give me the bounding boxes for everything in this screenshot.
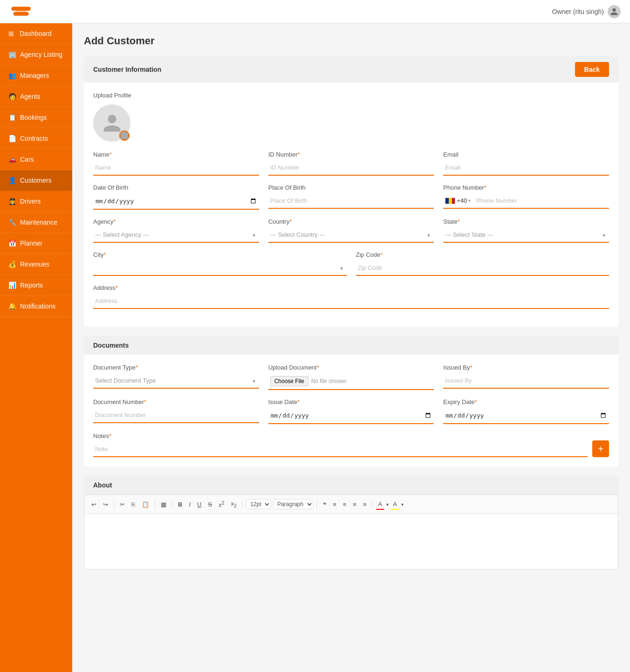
sidebar-item-notifications[interactable]: 🔔 Notifications — [0, 296, 72, 317]
user-area[interactable]: Owner (ritu singh) — [552, 5, 621, 18]
toolbar-cut-button[interactable]: ✂ — [117, 500, 127, 509]
doc-number-label: Document Number* — [93, 398, 259, 405]
toolbar-font-color-button[interactable]: A — [376, 499, 385, 510]
sidebar-item-drivers[interactable]: 🧑‍✈️ Drivers — [0, 191, 72, 212]
doc-type-label: Document Type* — [93, 364, 259, 371]
sidebar-item-agency-listing[interactable]: 🏢 Agency Listing — [0, 44, 72, 65]
toolbar-highlight-button[interactable]: A — [390, 499, 399, 510]
editor-body[interactable] — [84, 514, 618, 569]
country-select-wrapper: --- Select Country --- — [268, 227, 434, 243]
upload-profile-label: Upload Profile — [93, 92, 609, 99]
toolbar-bold-button[interactable]: B — [176, 500, 185, 509]
toolbar-strikethrough-button[interactable]: S — [205, 500, 214, 509]
name-input[interactable] — [93, 160, 259, 176]
sidebar-item-reports[interactable]: 📊 Reports — [0, 275, 72, 296]
add-note-button[interactable]: + — [592, 440, 609, 457]
toolbar-paste-button[interactable]: 📋 — [139, 500, 151, 509]
sidebar-item-planner[interactable]: 📅 Planner — [0, 233, 72, 254]
toolbar-copy-button[interactable]: ⎘ — [129, 500, 137, 509]
about-header: About — [84, 476, 618, 494]
dob-group: Date Of Birth — [93, 184, 259, 210]
phone-group: Phone Number* +40 ▾ — [443, 184, 609, 210]
zip-input[interactable] — [356, 261, 609, 276]
toolbar-table-button[interactable]: ▦ — [158, 500, 169, 509]
sidebar-item-label: Drivers — [20, 198, 41, 205]
doc-number-input[interactable] — [93, 408, 259, 423]
sidebar-item-revenues[interactable]: 💰 Revenues — [0, 254, 72, 275]
phone-input[interactable] — [474, 193, 609, 208]
pob-group: Place Of Birth — [268, 184, 434, 210]
toolbar-subscript-button[interactable]: x2 — [229, 499, 240, 510]
notifications-icon: 🔔 — [8, 302, 16, 310]
managers-icon: 👥 — [8, 72, 16, 79]
toolbar-superscript-button[interactable]: x2 — [216, 499, 227, 510]
toolbar-font-color-arrow[interactable]: ▾ — [386, 502, 389, 507]
toolbar-undo-button[interactable]: ↩ — [89, 500, 99, 509]
form-row-5: Address* — [93, 284, 609, 309]
notes-label: Notes* — [93, 432, 588, 439]
address-group: Address* — [93, 284, 609, 309]
toolbar-justify-button[interactable]: ≡ — [361, 500, 369, 509]
sidebar-item-contracts[interactable]: 📄 Contracts — [0, 128, 72, 149]
back-button[interactable]: Back — [575, 62, 609, 77]
expiry-date-input[interactable] — [443, 408, 609, 424]
revenues-icon: 💰 — [8, 261, 16, 268]
customer-info-title: Customer Information — [93, 66, 161, 73]
upload-doc-group: Upload Document* Choose File No file cho… — [268, 364, 434, 390]
toolbar-align-right-button[interactable]: ≡ — [350, 500, 359, 509]
sidebar-item-maintenance[interactable]: 🔧 Maintenance — [0, 212, 72, 233]
sidebar-item-label: Agency Listing — [20, 51, 62, 58]
sidebar-item-bookings[interactable]: 📋 Bookings — [0, 107, 72, 128]
toolbar-redo-button[interactable]: ↪ — [101, 500, 110, 509]
notes-input[interactable] — [93, 442, 588, 457]
pob-input[interactable] — [268, 193, 434, 209]
doc-row-1: Document Type* Select Document Type Uplo… — [93, 364, 609, 390]
agency-group: Agency* --- Select Agency --- — [93, 218, 259, 243]
doc-row-2: Document Number* Issue Date* Expiry Date… — [93, 398, 609, 424]
phone-label: Phone Number* — [443, 184, 609, 191]
topbar: Owner (ritu singh) — [0, 0, 630, 23]
state-select[interactable]: --- Select State --- — [443, 227, 609, 243]
expiry-date-label: Expiry Date* — [443, 398, 609, 405]
camera-icon — [119, 125, 130, 146]
city-select[interactable] — [93, 261, 347, 276]
agency-label: Agency* — [93, 218, 259, 225]
paragraph-style-select[interactable]: ParagraphHeading 1Heading 2 — [273, 499, 314, 509]
reports-icon: 📊 — [8, 281, 16, 289]
toolbar-highlight-arrow[interactable]: ▾ — [401, 502, 404, 507]
dob-input[interactable] — [93, 193, 259, 210]
country-group: Country* --- Select Country --- — [268, 218, 434, 243]
sidebar-item-dashboard[interactable]: ⊞ Dashboard — [0, 23, 72, 44]
sidebar-item-cars[interactable]: 🚗 Cars — [0, 149, 72, 170]
country-select[interactable]: --- Select Country --- — [268, 227, 434, 243]
email-input[interactable] — [443, 160, 609, 176]
address-label: Address* — [93, 284, 609, 291]
sidebar-item-managers[interactable]: 👥 Managers — [0, 65, 72, 86]
doc-type-select-wrapper: Select Document Type — [93, 373, 259, 389]
documents-body: Document Type* Select Document Type Uplo… — [84, 355, 618, 466]
flag-prefix[interactable]: +40 ▾ — [443, 193, 472, 208]
agency-select[interactable]: --- Select Agency --- — [93, 227, 259, 243]
sidebar-item-agents[interactable]: 🧑 Agents — [0, 86, 72, 107]
country-label: Country* — [268, 218, 434, 225]
sidebar-item-customers[interactable]: 👤 Customers — [0, 170, 72, 191]
issued-by-group: Issued By* — [443, 364, 609, 390]
profile-avatar[interactable] — [93, 104, 130, 142]
toolbar-align-left-button[interactable]: ≡ — [330, 500, 339, 509]
address-input[interactable] — [93, 294, 609, 309]
toolbar-underline-button[interactable]: U — [195, 500, 204, 509]
issued-by-input[interactable] — [443, 373, 609, 389]
choose-file-button[interactable]: Choose File — [270, 376, 308, 386]
toolbar-align-center-button[interactable]: ≡ — [341, 500, 349, 509]
customer-info-body: Upload Profile Name* — [84, 82, 618, 327]
id-number-input[interactable] — [268, 160, 434, 176]
issue-date-input[interactable] — [268, 408, 434, 424]
about-section: About ↩ ↪ ✂ ⎘ 📋 ▦ B I U S — [84, 476, 618, 569]
toolbar-italic-button[interactable]: I — [186, 500, 193, 509]
doc-type-select[interactable]: Select Document Type — [93, 373, 259, 389]
font-size-select[interactable]: 12pt14pt16pt18pt — [246, 499, 271, 509]
notes-row: Notes* + — [93, 432, 609, 457]
camera-badge[interactable] — [119, 130, 130, 141]
toolbar-blockquote-button[interactable]: ❝ — [321, 500, 329, 509]
dob-label: Date Of Birth — [93, 184, 259, 191]
